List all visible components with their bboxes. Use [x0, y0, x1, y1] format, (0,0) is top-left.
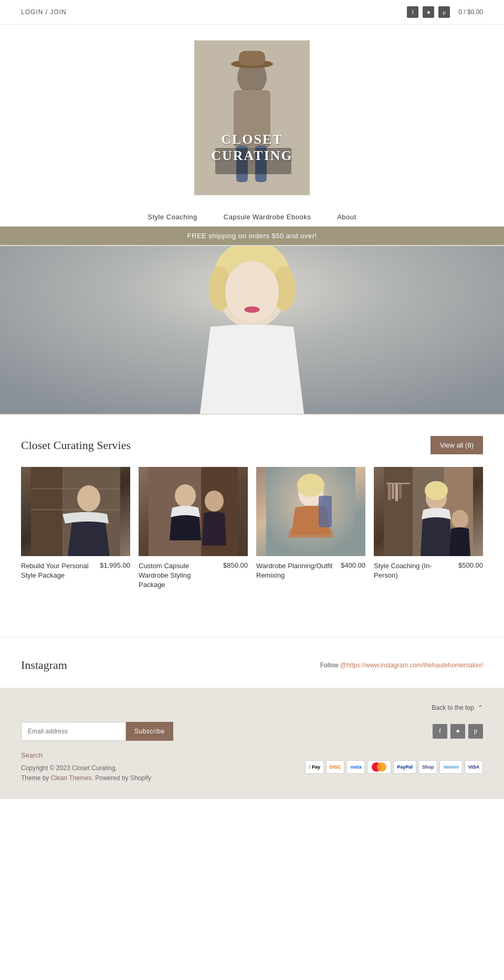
- product-grid: Rebuild Your Personal Style Package $1,9…: [21, 467, 483, 590]
- search-link[interactable]: Search: [21, 751, 151, 759]
- mastercard-svg: [371, 762, 387, 772]
- product-name-4: Style Coaching (In-Person): [374, 561, 454, 580]
- instagram-handle-link[interactable]: @https://www.instagram.com/thehautehomem…: [340, 662, 483, 669]
- footer-social-icons: f ● p: [433, 724, 483, 739]
- product-price-3: $400.00: [341, 561, 365, 569]
- svg-point-13: [225, 261, 279, 323]
- back-to-top-link[interactable]: Back to the top ⌃: [432, 704, 483, 711]
- svg-rect-16: [31, 467, 62, 556]
- promo-banner: FREE shipping on orders $50 and over!: [0, 227, 504, 245]
- svg-point-14: [244, 306, 259, 313]
- svg-rect-17: [31, 488, 120, 489]
- product-info-3: Wardrobe Planning/Outfit Remixing $400.0…: [256, 561, 365, 580]
- view-all-button[interactable]: View all (8): [430, 436, 483, 454]
- product-price-2: $850.00: [223, 561, 248, 569]
- svg-rect-18: [31, 509, 120, 510]
- svg-rect-27: [319, 496, 332, 527]
- product-svg-1: [21, 467, 130, 556]
- top-bar: LOGIN / JOIN f ● p 0 / $0.00: [0, 0, 504, 25]
- instagram-title: Instagram: [21, 658, 67, 672]
- svg-point-19: [77, 485, 100, 512]
- product-name-3: Wardrobe Planning/Outfit Remixing: [256, 561, 337, 580]
- product-name-2: Custom Capsule Wardrobe Styling Package: [139, 561, 219, 590]
- product-svg-2: [139, 467, 248, 556]
- email-input[interactable]: [21, 722, 126, 741]
- product-card-4: Style Coaching (In-Person) $500.00: [374, 467, 483, 590]
- svg-rect-6: [239, 51, 265, 66]
- logo-text: CLOSET CURATING: [194, 131, 310, 164]
- svg-rect-32: [388, 484, 391, 500]
- product-image-4[interactable]: [374, 467, 483, 556]
- instagram-section: Instagram Follow @https://www.instagram.…: [0, 637, 504, 688]
- promo-text: FREE shipping on orders $50 and over!: [187, 232, 317, 240]
- facebook-icon-footer[interactable]: f: [433, 724, 447, 739]
- product-svg-3: [256, 467, 365, 556]
- footer-bottom-left: Search Copyright © 2023 Closet Curating.…: [21, 751, 151, 783]
- logo-container[interactable]: CLOSET CURATING: [194, 40, 310, 195]
- svg-point-37: [425, 481, 448, 500]
- facebook-icon-top[interactable]: f: [407, 6, 418, 18]
- hero-section: [0, 246, 504, 414]
- subscribe-button[interactable]: Subscribe: [126, 722, 173, 741]
- cart-link[interactable]: 0 / $0.00: [458, 8, 483, 16]
- svg-point-38: [452, 510, 468, 529]
- hero-svg: [0, 246, 504, 414]
- follow-label: Follow: [320, 662, 339, 669]
- email-form: Subscribe: [21, 722, 173, 741]
- payment-visa: VISA: [465, 760, 483, 774]
- copyright-block: Copyright © 2023 Closet Curating. Theme …: [21, 763, 151, 783]
- payment-paypal: PayPal: [393, 760, 416, 774]
- header: CLOSET CURATING: [0, 25, 504, 206]
- product-image-2[interactable]: [139, 467, 248, 556]
- svg-point-40: [377, 762, 386, 772]
- theme-link[interactable]: Clean Themes: [51, 774, 92, 782]
- payment-apple-pay:  Pay: [305, 760, 324, 774]
- product-info-1: Rebuild Your Personal Style Package $1,9…: [21, 561, 130, 580]
- footer: Back to the top ⌃ Subscribe f ● p Search…: [0, 688, 504, 799]
- theme-credit-text: Theme by Clean Themes. Powered by Shopif…: [21, 774, 151, 782]
- product-name-1: Rebuild Your Personal Style Package: [21, 561, 96, 580]
- svg-rect-35: [399, 484, 402, 498]
- product-card-2: Custom Capsule Wardrobe Styling Package …: [139, 467, 248, 590]
- main-nav: Style Coaching Capsule Wardrobe Ebooks A…: [0, 206, 504, 227]
- payment-shopify: Shop: [418, 760, 438, 774]
- chevron-up-icon: ⌃: [478, 704, 483, 711]
- pinterest-icon-footer[interactable]: p: [468, 724, 483, 739]
- payment-venmo: Venmo: [439, 760, 463, 774]
- payment-discover: DISC: [326, 760, 345, 774]
- nav-style-coaching[interactable]: Style Coaching: [148, 213, 197, 221]
- services-section: Closet Curating Servies View all (8) Reb…: [0, 415, 504, 606]
- product-card-1: Rebuild Your Personal Style Package $1,9…: [21, 467, 130, 590]
- svg-rect-31: [386, 483, 410, 484]
- instagram-follow: Follow @https://www.instagram.com/thehau…: [320, 662, 483, 669]
- svg-rect-34: [395, 484, 398, 501]
- login-join-anchor[interactable]: LOGIN / JOIN: [21, 8, 67, 16]
- product-card-3: Wardrobe Planning/Outfit Remixing $400.0…: [256, 467, 365, 590]
- top-bar-right: f ● p 0 / $0.00: [407, 6, 483, 18]
- product-image-1[interactable]: [21, 467, 130, 556]
- svg-point-23: [205, 491, 224, 512]
- instagram-icon-top[interactable]: ●: [423, 6, 434, 18]
- footer-middle: Subscribe f ● p: [21, 722, 483, 741]
- pinterest-icon-top[interactable]: p: [438, 6, 450, 18]
- services-title: Closet Curating Servies: [21, 439, 131, 452]
- hero-image: [0, 246, 504, 414]
- back-to-top-text: Back to the top: [432, 704, 474, 711]
- nav-ebooks[interactable]: Capsule Wardrobe Ebooks: [224, 213, 311, 221]
- svg-point-22: [175, 484, 196, 507]
- product-info-4: Style Coaching (In-Person) $500.00: [374, 561, 483, 580]
- payment-mastercard: [367, 760, 391, 774]
- footer-top: Back to the top ⌃: [21, 704, 483, 711]
- login-join-link[interactable]: LOGIN / JOIN: [21, 8, 67, 16]
- product-image-3[interactable]: [256, 467, 365, 556]
- svg-rect-33: [392, 484, 394, 499]
- instagram-icon-footer[interactable]: ●: [450, 724, 465, 739]
- product-svg-4: [374, 467, 483, 556]
- spacer-1: [0, 606, 504, 637]
- product-price-4: $500.00: [458, 561, 483, 569]
- product-info-2: Custom Capsule Wardrobe Styling Package …: [139, 561, 248, 590]
- services-header: Closet Curating Servies View all (8): [21, 436, 483, 454]
- payment-icons:  Pay DISC meta PayPal Shop Venmo VISA: [305, 760, 483, 774]
- svg-point-26: [297, 474, 324, 497]
- nav-about[interactable]: About: [337, 213, 356, 221]
